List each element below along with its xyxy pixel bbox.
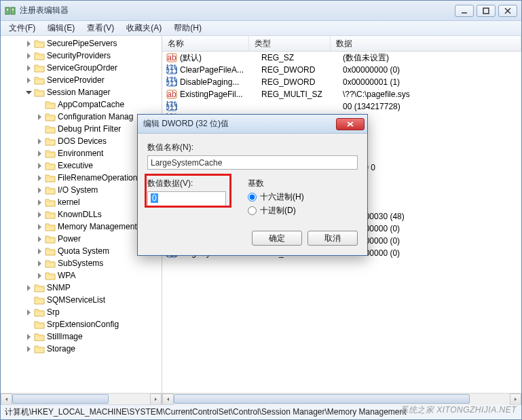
folder-icon [34, 63, 45, 73]
value-row[interactable]: 00 (134217728) [162, 100, 521, 113]
tree-item[interactable]: SrpExtensionConfig [1, 318, 162, 330]
value-data: 0 (0) [343, 126, 521, 136]
value-data: 0x00000001 (1) [343, 77, 521, 87]
chevron-right-icon[interactable] [25, 284, 33, 292]
twisty-none [25, 297, 33, 304]
menubar: 文件(F) 编辑(E) 查看(V) 收藏夹(A) 帮助(H) [1, 21, 521, 36]
tree-item-label: StillImage [47, 332, 83, 341]
value-row[interactable]: ClearPageFileA...REG_DWORD0x00000000 (0) [162, 64, 521, 76]
tree-item-label: SecurePipeServers [47, 39, 117, 48]
value-type: REG_MULTI_SZ [261, 90, 343, 99]
cancel-button[interactable]: 取消 [307, 231, 358, 246]
chevron-down-icon[interactable] [25, 89, 33, 96]
chevron-right-icon[interactable] [25, 40, 33, 47]
tree-item-label: WPA [58, 271, 75, 280]
value-data-text: 0 [151, 193, 158, 203]
col-header-type[interactable]: 类型 [249, 36, 331, 51]
tree-hscroll[interactable] [1, 393, 162, 404]
tree-item[interactable]: Srp [1, 306, 162, 318]
chevron-right-icon[interactable] [25, 52, 33, 60]
chevron-right-icon[interactable] [36, 174, 43, 182]
radio-dec-input[interactable] [248, 206, 257, 215]
value-data-field[interactable]: 0 [147, 191, 226, 206]
tree-item[interactable]: SecurityProviders [1, 50, 162, 62]
col-header-data[interactable]: 数据 [331, 36, 521, 51]
tree-item[interactable]: SubSystems [1, 257, 162, 269]
titlebar[interactable]: 注册表编辑器 [1, 1, 521, 21]
menu-edit[interactable]: 编辑(E) [42, 21, 80, 35]
tree-item[interactable]: WPA [1, 269, 162, 282]
chevron-right-icon[interactable] [36, 272, 43, 280]
radio-dec[interactable]: 十进制(D) [248, 205, 304, 216]
minimize-button[interactable] [455, 5, 474, 17]
chevron-right-icon[interactable] [36, 199, 43, 206]
chevron-right-icon[interactable] [36, 162, 43, 170]
chevron-right-icon[interactable] [36, 150, 43, 157]
ok-button[interactable]: 确定 [252, 231, 302, 246]
tree-item-label: FileRenameOperation [58, 173, 137, 183]
folder-icon [45, 112, 56, 121]
scroll-left-icon[interactable] [1, 394, 12, 405]
chevron-right-icon[interactable] [36, 223, 43, 231]
chevron-right-icon[interactable] [36, 113, 43, 121]
dialog-close-button[interactable] [336, 118, 365, 130]
chevron-right-icon[interactable] [36, 187, 43, 194]
chevron-right-icon[interactable] [25, 64, 33, 72]
value-type: REG_DWORD [261, 65, 343, 75]
tree-item[interactable]: Session Manager [1, 86, 162, 98]
scroll-left-icon[interactable] [162, 394, 174, 405]
close-button[interactable] [498, 5, 517, 17]
value-data: 0x00000000 (0) [343, 65, 521, 75]
folder-icon [45, 124, 56, 134]
value-row[interactable]: DisablePaging...REG_DWORD0x00000001 (1) [162, 76, 521, 88]
folder-icon [45, 271, 56, 280]
tree-item[interactable]: Storage [1, 343, 162, 355]
radio-hex[interactable]: 十六进制(H) [248, 191, 304, 203]
chevron-right-icon[interactable] [36, 211, 43, 218]
folder-icon [34, 344, 45, 354]
tree-item[interactable]: StillImage [1, 330, 162, 343]
chevron-right-icon[interactable] [36, 260, 43, 267]
tree-item[interactable]: ServiceProvider [1, 74, 162, 86]
tree-item[interactable]: ServiceGroupOrder [1, 62, 162, 74]
tree-item-label: SNMP [47, 283, 71, 292]
chevron-right-icon[interactable] [36, 248, 43, 255]
chevron-right-icon[interactable] [25, 77, 33, 84]
reg-dword-icon [166, 101, 177, 112]
menu-view[interactable]: 查看(V) [81, 21, 119, 35]
list-header[interactable]: 名称 类型 数据 [162, 36, 521, 52]
value-data: (数值未设置) [343, 52, 521, 64]
chevron-right-icon[interactable] [25, 309, 33, 316]
menu-favorites[interactable]: 收藏夹(A) [121, 21, 167, 35]
list-hscroll[interactable] [162, 393, 521, 404]
value-row[interactable]: ExistingPageFil...REG_MULTI_SZ\??\C:\pag… [162, 88, 521, 100]
value-name-field[interactable] [147, 155, 358, 170]
tree-item[interactable]: SecurePipeServers [1, 37, 162, 50]
tree-item[interactable]: SNMP [1, 282, 162, 294]
value-type: REG_SZ [261, 53, 343, 62]
chevron-right-icon[interactable] [25, 333, 33, 341]
tree-item-label: Debug Print Filter [58, 124, 121, 134]
tree-item[interactable]: SQMServiceList [1, 294, 162, 306]
col-header-name[interactable]: 名称 [162, 36, 249, 51]
tree-item-label: Environment [58, 149, 103, 158]
value-row[interactable]: (默认)REG_SZ(数值未设置) [162, 52, 521, 64]
chevron-right-icon[interactable] [36, 138, 43, 145]
menu-help[interactable]: 帮助(H) [168, 21, 207, 35]
value-data: 0x00000000 (0) [343, 248, 521, 258]
scroll-right-icon[interactable] [510, 394, 521, 405]
chevron-right-icon[interactable] [36, 235, 43, 243]
folder-icon [45, 161, 56, 170]
chevron-right-icon[interactable] [25, 345, 33, 353]
folder-icon [45, 136, 56, 146]
dialog-titlebar[interactable]: 编辑 DWORD (32 位)值 [138, 115, 367, 134]
value-data-label: 数值数据(V): [147, 178, 229, 189]
folder-icon [45, 149, 56, 158]
radio-hex-input[interactable] [248, 193, 257, 202]
folder-icon [34, 332, 45, 341]
maximize-button[interactable] [477, 5, 496, 17]
tree-item[interactable]: AppCompatCache [1, 98, 162, 111]
menu-file[interactable]: 文件(F) [3, 21, 41, 35]
edit-dword-dialog[interactable]: 编辑 DWORD (32 位)值 数值名称(N): 数值数据(V): 0 基数 … [137, 114, 368, 256]
scroll-right-icon[interactable] [150, 394, 162, 405]
